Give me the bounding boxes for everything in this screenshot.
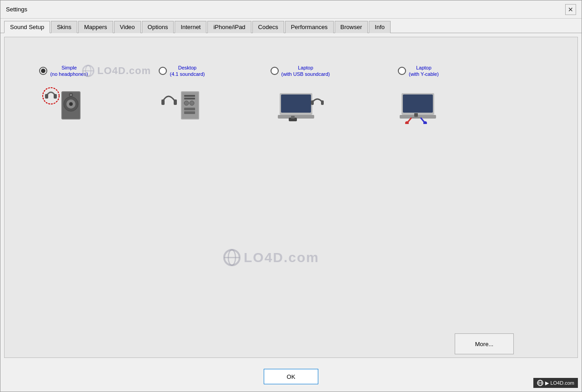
option-desktop[interactable]: Desktop (4.1 soundcard)	[141, 65, 223, 124]
title-bar: Settings ✕	[0, 0, 582, 19]
option-laptop-usb[interactable]: Laptop (with USB soundcard)	[259, 65, 341, 124]
svg-rect-27	[321, 100, 324, 105]
svg-rect-39	[414, 113, 418, 117]
watermark-bottom: LO4D.com	[223, 248, 319, 267]
svg-rect-29	[291, 116, 295, 119]
option-desktop-label: Desktop (4.1 soundcard)	[170, 65, 205, 78]
device-desktop-image	[159, 83, 205, 124]
tab-sound-setup[interactable]: Sound Setup	[4, 21, 50, 33]
svg-rect-18	[184, 98, 195, 99]
tab-performances[interactable]: Performances	[285, 21, 334, 33]
tab-internet[interactable]: Internet	[175, 21, 206, 33]
device-laptop-usb-image	[275, 83, 325, 124]
svg-rect-4	[45, 94, 48, 99]
window-title: Settings	[6, 6, 27, 13]
radio-desktop[interactable]	[159, 67, 167, 75]
tab-info[interactable]: Info	[369, 21, 391, 33]
tab-codecs[interactable]: Codecs	[252, 21, 284, 33]
close-button[interactable]: ✕	[565, 4, 576, 15]
tab-video[interactable]: Video	[114, 21, 141, 33]
svg-rect-5	[54, 94, 57, 99]
svg-rect-13	[161, 99, 165, 105]
tab-options[interactable]: Options	[142, 21, 174, 33]
bottom-bar: OK	[0, 362, 582, 392]
tab-skins[interactable]: Skins	[51, 21, 77, 33]
tab-iphone-ipad[interactable]: iPhone/iPad	[207, 21, 251, 33]
svg-point-10	[69, 102, 73, 106]
svg-rect-31	[403, 94, 433, 113]
svg-point-20	[190, 101, 194, 105]
watermark-bottom-text: LO4D.com	[244, 250, 319, 265]
svg-rect-17	[184, 95, 195, 97]
svg-rect-26	[311, 100, 314, 105]
radio-laptop-usb[interactable]	[271, 67, 279, 75]
radio-simple[interactable]	[39, 67, 47, 75]
lo4d-badge: ▶ LO4D.com	[533, 378, 578, 388]
svg-rect-14	[174, 99, 177, 105]
option-simple[interactable]: Simple (no headphones)	[23, 65, 105, 124]
svg-point-12	[70, 94, 72, 96]
svg-rect-22	[184, 111, 195, 114]
option-laptop-ycable[interactable]: Laptop (with Y-cable)	[377, 65, 459, 124]
content-area: LO4D.com Simple (no headphones)	[4, 37, 578, 358]
tab-browser[interactable]: Browser	[335, 21, 368, 33]
device-laptop-ycable-image	[393, 83, 443, 124]
ok-button[interactable]: OK	[264, 369, 318, 384]
settings-window: Settings ✕ Sound Setup Skins Mappers Vid…	[0, 0, 582, 392]
device-simple-image	[41, 83, 86, 124]
option-laptop-ycable-label: Laptop (with Y-cable)	[409, 65, 439, 78]
lo4d-badge-text: ▶ LO4D.com	[545, 380, 574, 386]
sound-options-row: Simple (no headphones)	[5, 37, 577, 133]
tab-mappers[interactable]: Mappers	[78, 21, 113, 33]
more-button[interactable]: More...	[455, 333, 514, 354]
svg-rect-24	[281, 94, 311, 113]
option-simple-label: Simple (no headphones)	[50, 65, 88, 78]
content-inner: LO4D.com Simple (no headphones)	[5, 37, 577, 357]
radio-laptop-ycable[interactable]	[398, 67, 406, 75]
svg-point-19	[184, 101, 189, 105]
svg-point-40	[224, 250, 240, 265]
option-laptop-usb-label: Laptop (with USB soundcard)	[281, 65, 330, 78]
svg-rect-21	[184, 108, 195, 110]
svg-point-41	[228, 250, 236, 265]
tab-bar: Sound Setup Skins Mappers Video Options …	[0, 19, 582, 33]
